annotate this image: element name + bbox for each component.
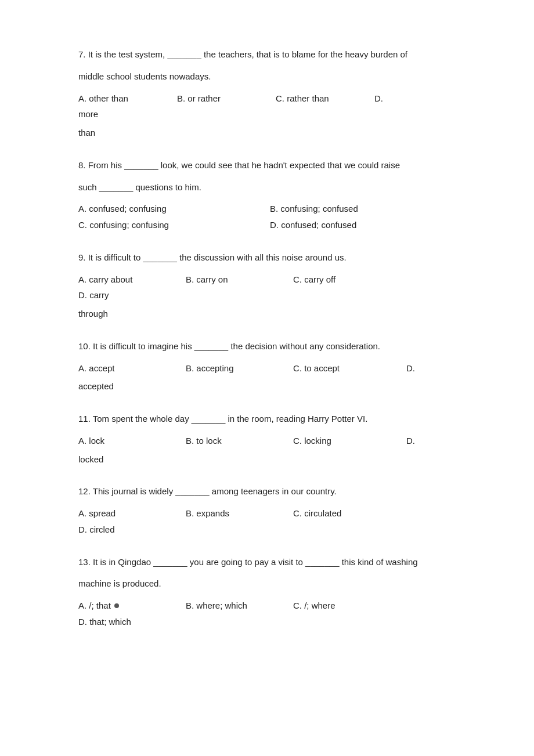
q8-option-a: A. confused; confusing: [78, 201, 270, 217]
q8-options: A. confused; confusing B. confusing; con…: [78, 201, 456, 233]
q7-option-a: A. other than: [78, 91, 177, 107]
q10-text-line1: 10. It is difficult to imagine his _____…: [78, 338, 456, 355]
q12-options: A. spread B. expands C. circulated D. ci…: [78, 505, 456, 538]
q8-text-line1: 8. From his _______ look, we could see t…: [78, 157, 456, 173]
q9-options: A. carry about B. carry on C. carry off …: [78, 272, 456, 304]
q10-option-d: D.: [406, 360, 453, 377]
q11-option-b: B. to lock: [186, 433, 293, 449]
q13-option-a: A. /; that: [78, 598, 186, 614]
q7-option-b: B. or rather: [177, 91, 276, 107]
q12-option-c: C. circulated: [293, 505, 406, 522]
question-10: 10. It is difficult to imagine his _____…: [78, 338, 456, 395]
q10-option-a: A. accept: [78, 360, 186, 377]
q8-option-d: D. confused; confused: [270, 217, 456, 233]
question-11: 11. Tom spent the whole day _______ in t…: [78, 411, 456, 467]
question-7: 7. It is the test system, _______ the te…: [78, 46, 456, 141]
question-9: 9. It is difficult to _______ the discus…: [78, 249, 456, 322]
q7-continuation: than: [78, 125, 456, 141]
q7-option-c: C. rather than: [276, 91, 374, 107]
q10-continuation: accepted: [78, 378, 456, 395]
q11-option-a: A. lock: [78, 433, 186, 449]
q8-text-line2: such _______ questions to him.: [78, 179, 456, 196]
q11-option-d: D.: [406, 433, 453, 449]
q10-options: A. accept B. accepting C. to accept D.: [78, 360, 456, 377]
q7-option-d-text: more: [78, 106, 177, 122]
question-8: 8. From his _______ look, we could see t…: [78, 157, 456, 233]
q7-options: A. other than B. or rather C. rather tha…: [78, 91, 456, 123]
question-12: 12. This journal is widely _______ among…: [78, 483, 456, 537]
q12-option-a: A. spread: [78, 505, 186, 522]
q13-option-d: D. that; which: [78, 614, 177, 630]
q13-option-b: B. where; which: [186, 598, 293, 614]
q11-option-c: C. locking: [293, 433, 406, 449]
q13-text-line2: machine is produced.: [78, 576, 456, 592]
q8-option-c: C. confusing; confusing: [78, 217, 270, 233]
q9-option-d: D. carry: [78, 287, 177, 303]
q12-text-line1: 12. This journal is widely _______ among…: [78, 483, 456, 500]
question-13: 13. It is in Qingdao _______ you are goi…: [78, 554, 456, 630]
q13-options: A. /; that B. where; which C. /; where D…: [78, 598, 456, 630]
q12-option-b: B. expands: [186, 505, 293, 522]
q8-option-b: B. confusing; confused: [270, 201, 456, 217]
q9-option-c: C. carry off: [293, 272, 406, 288]
q12-option-d: D. circled: [78, 522, 177, 538]
q13-option-c: C. /; where: [293, 598, 406, 614]
q9-continuation: through: [78, 306, 456, 322]
q11-text-line1: 11. Tom spent the whole day _______ in t…: [78, 411, 456, 427]
q10-option-c: C. to accept: [293, 360, 406, 377]
q7-text-line1: 7. It is the test system, _______ the te…: [78, 46, 456, 63]
q10-option-b: B. accepting: [186, 360, 293, 377]
q7-option-d-label: D.: [374, 91, 421, 107]
q9-option-b: B. carry on: [186, 272, 293, 288]
q11-continuation: locked: [78, 451, 456, 468]
q11-options: A. lock B. to lock C. locking D.: [78, 433, 456, 449]
q13-text-line1: 13. It is in Qingdao _______ you are goi…: [78, 554, 456, 570]
q7-text-line2: middle school students nowadays.: [78, 68, 456, 85]
q9-option-a: A. carry about: [78, 272, 186, 288]
q9-text-line1: 9. It is difficult to _______ the discus…: [78, 249, 456, 266]
